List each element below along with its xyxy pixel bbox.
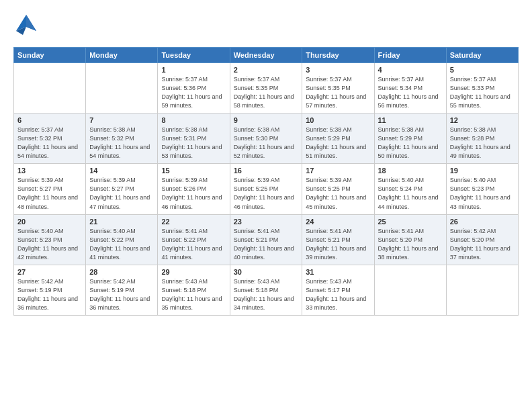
day-info: Sunrise: 5:38 AMSunset: 5:28 PMDaylight:… <box>450 126 515 161</box>
calendar-cell <box>374 265 446 315</box>
day-info: Sunrise: 5:40 AMSunset: 5:24 PMDaylight:… <box>378 176 443 211</box>
day-info: Sunrise: 5:37 AMSunset: 5:33 PMDaylight:… <box>450 75 515 110</box>
day-info: Sunrise: 5:38 AMSunset: 5:32 PMDaylight:… <box>89 126 154 161</box>
calendar-cell: 2Sunrise: 5:37 AMSunset: 5:35 PMDaylight… <box>230 63 302 113</box>
calendar-week-row: 20Sunrise: 5:40 AMSunset: 5:23 PMDayligh… <box>14 214 519 265</box>
day-info: Sunrise: 5:42 AMSunset: 5:19 PMDaylight:… <box>89 277 154 312</box>
day-number: 9 <box>234 116 299 124</box>
day-number: 23 <box>234 218 299 226</box>
day-number: 3 <box>306 66 370 74</box>
day-header-thursday: Thursday <box>302 48 374 63</box>
day-number: 21 <box>89 218 154 226</box>
calendar-cell: 8Sunrise: 5:38 AMSunset: 5:31 PMDaylight… <box>158 113 230 164</box>
day-number: 30 <box>234 268 299 276</box>
calendar-week-row: 1Sunrise: 5:37 AMSunset: 5:36 PMDaylight… <box>14 63 519 113</box>
day-header-friday: Friday <box>374 48 446 63</box>
calendar-week-row: 13Sunrise: 5:39 AMSunset: 5:27 PMDayligh… <box>14 164 519 214</box>
day-number: 29 <box>161 268 226 276</box>
calendar-cell: 15Sunrise: 5:39 AMSunset: 5:26 PMDayligh… <box>158 164 230 214</box>
calendar-cell: 21Sunrise: 5:40 AMSunset: 5:22 PMDayligh… <box>86 214 158 265</box>
day-info: Sunrise: 5:40 AMSunset: 5:23 PMDaylight:… <box>17 227 82 262</box>
day-info: Sunrise: 5:43 AMSunset: 5:18 PMDaylight:… <box>234 277 299 312</box>
day-info: Sunrise: 5:39 AMSunset: 5:27 PMDaylight:… <box>17 176 82 211</box>
day-info: Sunrise: 5:43 AMSunset: 5:17 PMDaylight:… <box>306 277 370 312</box>
calendar-cell: 28Sunrise: 5:42 AMSunset: 5:19 PMDayligh… <box>86 265 158 315</box>
day-info: Sunrise: 5:37 AMSunset: 5:36 PMDaylight:… <box>161 75 226 110</box>
day-number: 11 <box>378 116 443 124</box>
day-info: Sunrise: 5:42 AMSunset: 5:19 PMDaylight:… <box>17 277 82 312</box>
day-header-sunday: Sunday <box>14 48 86 63</box>
calendar-cell: 9Sunrise: 5:38 AMSunset: 5:30 PMDaylight… <box>230 113 302 164</box>
day-number: 25 <box>378 218 443 226</box>
header <box>13 12 519 40</box>
day-info: Sunrise: 5:39 AMSunset: 5:25 PMDaylight:… <box>306 176 370 211</box>
calendar-cell: 1Sunrise: 5:37 AMSunset: 5:36 PMDaylight… <box>158 63 230 113</box>
calendar-cell <box>14 63 86 113</box>
day-number: 1 <box>161 66 226 74</box>
calendar-cell: 17Sunrise: 5:39 AMSunset: 5:25 PMDayligh… <box>302 164 374 214</box>
calendar-cell: 5Sunrise: 5:37 AMSunset: 5:33 PMDaylight… <box>446 63 518 113</box>
calendar-cell <box>446 265 518 315</box>
calendar-cell: 19Sunrise: 5:40 AMSunset: 5:23 PMDayligh… <box>446 164 518 214</box>
calendar-cell: 23Sunrise: 5:41 AMSunset: 5:21 PMDayligh… <box>230 214 302 265</box>
day-header-tuesday: Tuesday <box>158 48 230 63</box>
calendar-cell: 14Sunrise: 5:39 AMSunset: 5:27 PMDayligh… <box>86 164 158 214</box>
day-number: 7 <box>89 116 154 124</box>
day-number: 5 <box>450 66 515 74</box>
day-info: Sunrise: 5:41 AMSunset: 5:22 PMDaylight:… <box>161 227 226 262</box>
calendar-cell: 29Sunrise: 5:43 AMSunset: 5:18 PMDayligh… <box>158 265 230 315</box>
day-number: 24 <box>306 218 370 226</box>
calendar-cell: 22Sunrise: 5:41 AMSunset: 5:22 PMDayligh… <box>158 214 230 265</box>
page: SundayMondayTuesdayWednesdayThursdayFrid… <box>0 0 532 411</box>
day-number: 8 <box>161 116 226 124</box>
calendar-cell: 3Sunrise: 5:37 AMSunset: 5:35 PMDaylight… <box>302 63 374 113</box>
calendar-cell: 26Sunrise: 5:42 AMSunset: 5:20 PMDayligh… <box>446 214 518 265</box>
calendar-cell <box>86 63 158 113</box>
day-info: Sunrise: 5:37 AMSunset: 5:35 PMDaylight:… <box>234 75 299 110</box>
day-number: 14 <box>89 167 154 175</box>
day-info: Sunrise: 5:41 AMSunset: 5:21 PMDaylight:… <box>234 227 299 262</box>
day-info: Sunrise: 5:39 AMSunset: 5:27 PMDaylight:… <box>89 176 154 211</box>
day-info: Sunrise: 5:37 AMSunset: 5:35 PMDaylight:… <box>306 75 370 110</box>
calendar-week-row: 27Sunrise: 5:42 AMSunset: 5:19 PMDayligh… <box>14 265 519 315</box>
day-info: Sunrise: 5:41 AMSunset: 5:20 PMDaylight:… <box>378 227 443 262</box>
calendar-cell: 24Sunrise: 5:41 AMSunset: 5:21 PMDayligh… <box>302 214 374 265</box>
day-info: Sunrise: 5:39 AMSunset: 5:25 PMDaylight:… <box>234 176 299 211</box>
calendar-cell: 30Sunrise: 5:43 AMSunset: 5:18 PMDayligh… <box>230 265 302 315</box>
calendar-cell: 20Sunrise: 5:40 AMSunset: 5:23 PMDayligh… <box>14 214 86 265</box>
day-info: Sunrise: 5:38 AMSunset: 5:30 PMDaylight:… <box>234 126 299 161</box>
day-number: 4 <box>378 66 443 74</box>
day-number: 2 <box>234 66 299 74</box>
calendar-cell: 11Sunrise: 5:38 AMSunset: 5:29 PMDayligh… <box>374 113 446 164</box>
logo <box>13 12 43 40</box>
calendar-header-row: SundayMondayTuesdayWednesdayThursdayFrid… <box>14 48 519 63</box>
day-number: 16 <box>234 167 299 175</box>
day-number: 27 <box>17 268 82 276</box>
day-number: 20 <box>17 218 82 226</box>
day-info: Sunrise: 5:42 AMSunset: 5:20 PMDaylight:… <box>450 227 515 262</box>
calendar-cell: 12Sunrise: 5:38 AMSunset: 5:28 PMDayligh… <box>446 113 518 164</box>
calendar-cell: 10Sunrise: 5:38 AMSunset: 5:29 PMDayligh… <box>302 113 374 164</box>
day-number: 19 <box>450 167 515 175</box>
day-number: 18 <box>378 167 443 175</box>
day-info: Sunrise: 5:38 AMSunset: 5:31 PMDaylight:… <box>161 126 226 161</box>
calendar-cell: 6Sunrise: 5:37 AMSunset: 5:32 PMDaylight… <box>14 113 86 164</box>
calendar-cell: 13Sunrise: 5:39 AMSunset: 5:27 PMDayligh… <box>14 164 86 214</box>
calendar-table: SundayMondayTuesdayWednesdayThursdayFrid… <box>13 47 519 316</box>
calendar-cell: 31Sunrise: 5:43 AMSunset: 5:17 PMDayligh… <box>302 265 374 315</box>
calendar-cell: 4Sunrise: 5:37 AMSunset: 5:34 PMDaylight… <box>374 63 446 113</box>
day-number: 6 <box>17 116 82 124</box>
day-number: 13 <box>17 167 82 175</box>
svg-marker-1 <box>26 15 36 31</box>
day-number: 17 <box>306 167 370 175</box>
day-number: 12 <box>450 116 515 124</box>
day-number: 28 <box>89 268 154 276</box>
day-info: Sunrise: 5:38 AMSunset: 5:29 PMDaylight:… <box>306 126 370 161</box>
day-number: 26 <box>450 218 515 226</box>
day-info: Sunrise: 5:40 AMSunset: 5:22 PMDaylight:… <box>89 227 154 262</box>
day-header-saturday: Saturday <box>446 48 518 63</box>
day-number: 10 <box>306 116 370 124</box>
calendar-cell: 25Sunrise: 5:41 AMSunset: 5:20 PMDayligh… <box>374 214 446 265</box>
calendar-cell: 18Sunrise: 5:40 AMSunset: 5:24 PMDayligh… <box>374 164 446 214</box>
day-info: Sunrise: 5:41 AMSunset: 5:21 PMDaylight:… <box>306 227 370 262</box>
